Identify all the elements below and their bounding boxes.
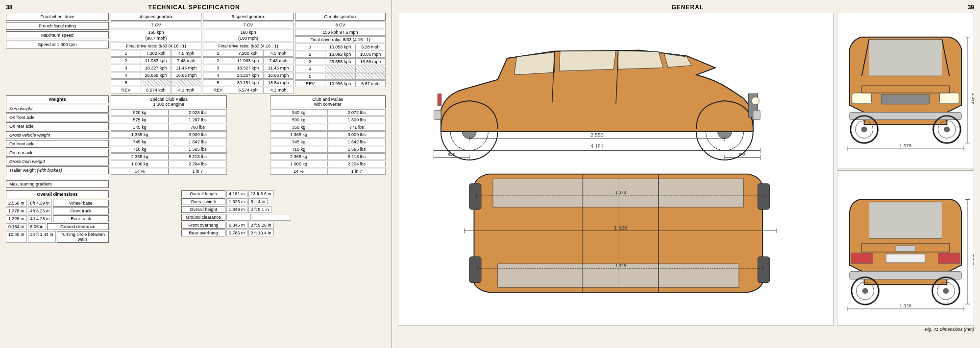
turning-ft: 34 ft 1.44 in (28, 231, 56, 243)
speed-4-5-gear: 5 (111, 79, 141, 86)
front-track-ft: 4ft 6.25 in (28, 208, 52, 214)
speed-4-3-gear: 3 (111, 65, 141, 71)
gearbox-cmatic-header: C-matic gearbox (295, 13, 386, 21)
rear-track-m: 1.328 m (6, 215, 27, 222)
rear-track-label: Rear track (53, 215, 109, 222)
overall-height-label: Overall height (181, 206, 225, 213)
speed-4-4-mph: 16.66 mph (171, 72, 201, 79)
svg-rect-69 (938, 253, 960, 264)
svg-text:1 626: 1 626 (614, 225, 627, 231)
svg-text:1 328: 1 328 (615, 263, 626, 268)
speed-4-4-gear: 4 (111, 72, 141, 79)
gearbox-cmatic-ratio: Final drive ratio: 8/33 (4.16 : 1) (295, 36, 386, 43)
ground-clear2-m (226, 214, 251, 221)
fig-caption: Fig. 41 Dimensions (mm) (398, 327, 974, 332)
speed-4-rev-mph: 4.1 mph (171, 87, 201, 93)
overall-dimensions-label: Overall dimensions (6, 190, 109, 198)
page-title-left: TECHNICAL SPECIFICATION (12, 4, 376, 11)
svg-text:845: 845 (448, 152, 455, 157)
svg-text:876: 876 (738, 152, 746, 157)
speed-4-5-kph (141, 79, 171, 86)
gearbox-5speed-maxspeed: 160 kph (100 mph) (203, 29, 294, 42)
overall-length-m: 4.181 m (226, 190, 247, 197)
svg-text:2 550: 2 550 (590, 132, 604, 138)
gearbox-5speed-fiscal: 7 CV (203, 22, 294, 28)
svg-text:1 378: 1 378 (900, 143, 912, 148)
gearbox-4speed-col: 4-speed gearbox 7 CV 158 kph (98.7 mph) … (111, 13, 201, 94)
svg-point-74 (862, 288, 868, 294)
gearbox-4speed-header: 4-speed gearbox (111, 13, 201, 21)
front-view-box: 1 378 1 349 (837, 13, 974, 168)
svg-text:1 378: 1 378 (615, 190, 626, 195)
rear-overhang-label: Rear overhang (181, 230, 225, 236)
speed-4-1-gear: 1 (111, 50, 141, 57)
rear-overhang-ft: 2 ft 10.4 in (248, 230, 274, 236)
speed-4-4-kph: 26.658 kph (141, 72, 171, 79)
speed-4-3-mph: 11.45 mph (171, 65, 201, 71)
french-fiscal-rating-label: French fiscal rating (6, 22, 109, 30)
svg-text:1 349: 1 349 (971, 93, 974, 104)
front-wheel-drive-label: Front wheel drive (6, 13, 109, 21)
speed-4-2-kph: 11.983 kph (141, 57, 171, 64)
gross-rear-axle-label: On rear axle (6, 149, 109, 157)
overall-right-dims: Overall length 4.181 m 13 ft 8.6 in Over… (181, 190, 386, 244)
special-club-header: Spécial Club Pallas1 300 cc engine (111, 95, 227, 108)
gearbox-5speed-header: 5-speed gearbox (203, 13, 294, 21)
kerb-rear-axle-label: On rear axle (6, 122, 109, 130)
svg-rect-52 (881, 94, 930, 104)
overall-width-label: Overall width (181, 198, 225, 205)
speed-at-1000-label: Speed at 1 000 rpm (6, 41, 109, 48)
gearbox-cmatic-fiscal: 8 CV (295, 22, 386, 28)
front-overhang-ft: 2 ft 9.26 in (248, 222, 274, 229)
svg-rect-31 (758, 184, 770, 209)
maximum-speed-label: Maximum speed (6, 31, 109, 39)
side-views-area: 1 378 1 349 (837, 13, 974, 326)
svg-rect-50 (852, 93, 872, 104)
svg-point-11 (752, 97, 759, 104)
gearbox-5speed-ratio: Final drive ratio: 8/33 (4.16 : 1) (203, 43, 294, 49)
svg-rect-30 (469, 184, 481, 209)
left-header: 38 TECHNICAL SPECIFICATION (6, 4, 386, 11)
speed-4-rev-kph: 6.574 kph (141, 87, 171, 93)
right-page: GENERAL 39 (392, 0, 980, 348)
front-track-label: Front track (53, 208, 109, 214)
overall-height-m: 1.349 m (226, 206, 247, 213)
drawings-area: 4 181 2 550 845 876 (398, 13, 974, 326)
kerb-front-axle-label: On front axle (6, 114, 109, 121)
gearbox-4speed-ratio: Final drive ratio: 8/33 (4.16 : 1) (111, 43, 201, 49)
car-drawings-svg: 4 181 2 550 845 876 (398, 13, 833, 325)
speed-4-3-kph: 18.327 kph (141, 65, 171, 71)
page-number-right: 39 (968, 4, 974, 11)
front-overhang-m: 0.845 m (226, 222, 247, 229)
svg-rect-10 (434, 110, 441, 119)
gearbox-cmatic-maxspeed: 156 kph 97.5 mph (295, 29, 386, 36)
turning-m: 10.40 m (6, 231, 27, 243)
speed-4-2-mph: 7.48 mph (171, 57, 201, 64)
wheelbase-m: 2.550 m (6, 200, 27, 207)
svg-point-59 (944, 126, 950, 132)
svg-rect-51 (940, 93, 959, 104)
svg-text:1 328: 1 328 (900, 303, 912, 308)
kerb-weight-label: Kerb weight (6, 105, 109, 113)
svg-text:1 349: 1 349 (972, 255, 974, 265)
ground-clear2-ft (252, 214, 291, 221)
overall-length-ft: 13 ft 8.6 in (248, 190, 274, 197)
page-number-left: 38 (6, 4, 12, 11)
rear-overhang-m: 0.786 m (226, 230, 247, 236)
overall-length-label: Overall length (181, 190, 225, 197)
ground-clear-m: 0.154 m (6, 223, 27, 230)
weights-section-header: Weights (6, 95, 109, 103)
front-overhang-label: Front overhang (181, 222, 225, 229)
overall-width-ft: 5 ft 4 in (248, 198, 268, 205)
gearbox-4speed-fiscal: 7 CV (111, 22, 201, 28)
svg-point-56 (861, 126, 867, 132)
page-title-right: GENERAL (408, 4, 968, 11)
right-header: GENERAL 39 (398, 4, 974, 11)
gearbox-5speed-col: 5-speed gearbox 7 CV 160 kph (100 mph) F… (203, 13, 294, 94)
svg-rect-12 (438, 94, 441, 106)
svg-rect-32 (469, 257, 481, 283)
speed-4-2-gear: 2 (111, 57, 141, 64)
ground-clear-in: 6.06 in (28, 223, 46, 230)
trailer-weight-label: Trailer weight (with brakes) (6, 166, 109, 174)
wheelbase-label: Wheel base (53, 200, 109, 207)
